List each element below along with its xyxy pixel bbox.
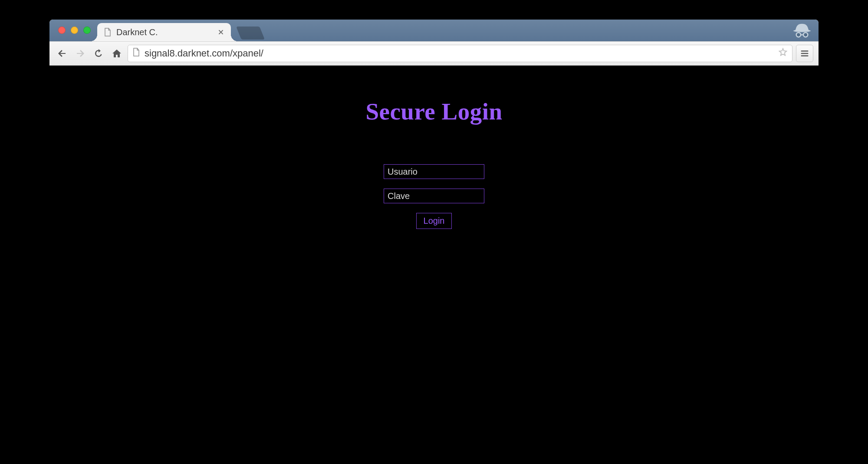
login-button[interactable]: Login <box>416 213 452 229</box>
url-input[interactable] <box>145 48 774 59</box>
svg-point-3 <box>797 33 800 36</box>
browser-tab[interactable]: Darknet C. <box>97 23 231 41</box>
window-zoom-button[interactable] <box>83 27 91 34</box>
tab-title: Darknet C. <box>116 27 217 37</box>
home-button[interactable] <box>109 46 124 61</box>
address-bar[interactable] <box>128 45 792 62</box>
window-close-button[interactable] <box>58 27 66 34</box>
username-field[interactable] <box>384 164 484 179</box>
new-tab-button[interactable] <box>236 27 265 40</box>
svg-point-0 <box>793 30 811 32</box>
incognito-icon <box>792 21 812 40</box>
window-minimize-button[interactable] <box>71 27 78 34</box>
toolbar <box>49 41 819 66</box>
forward-button[interactable] <box>73 46 88 61</box>
browser-window: Darknet C. <box>49 20 819 309</box>
page-viewport: Secure Login Login <box>49 66 819 309</box>
close-tab-button[interactable] <box>217 28 225 36</box>
page-heading: Secure Login <box>49 98 819 125</box>
back-button[interactable] <box>55 46 69 61</box>
svg-point-4 <box>804 33 807 36</box>
reload-button[interactable] <box>91 46 106 61</box>
tab-strip: Darknet C. <box>49 20 819 41</box>
menu-button[interactable] <box>796 45 813 62</box>
password-field[interactable] <box>384 189 484 203</box>
file-icon <box>103 27 112 37</box>
file-icon <box>132 47 140 60</box>
login-form: Login <box>382 164 486 229</box>
bookmark-star-icon[interactable] <box>778 47 788 60</box>
window-controls <box>58 27 91 34</box>
